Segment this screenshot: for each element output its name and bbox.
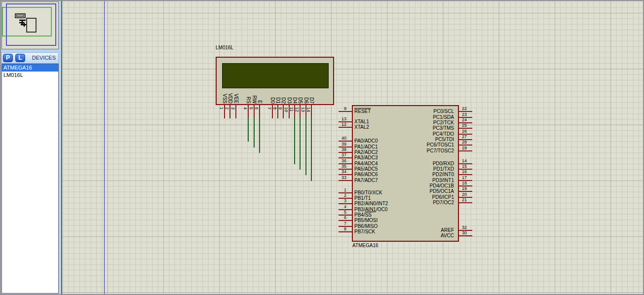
lcd-pin-number: 5 (249, 107, 254, 110)
lcd-pin-number: 10 (284, 107, 289, 112)
schematic-layer: LM016L 1VSS2VDD3VEE4RS5RW6E7D08D19D210D3… (0, 0, 644, 295)
lcd-pin-number: 2 (225, 107, 229, 110)
mcu-pin-label: AVCC (353, 233, 454, 238)
lcd-pin-stub[interactable] (311, 105, 312, 118)
mcu-pin-stub[interactable] (339, 111, 352, 112)
lcd-pin-name: RS (246, 97, 251, 104)
mcu-pin-stub[interactable] (339, 231, 352, 232)
mcu-pin-number: 21 (462, 197, 481, 202)
mcu-pin-number: 38 (328, 147, 346, 152)
lcd-pin-name: D3 (287, 97, 292, 104)
lcd-pin-name: VEE (233, 94, 239, 104)
mcu-pin-number: 20 (462, 192, 481, 197)
mcu-pin-number: 7 (328, 221, 346, 226)
mcu-pin-label: PD3/INT1 (353, 178, 454, 183)
overview-panel[interactable] (1, 1, 59, 49)
mcu-pin-stub[interactable] (459, 235, 472, 236)
mcu-pin-number: 16 (462, 169, 481, 174)
mcu-pin-number: 12 (328, 122, 346, 127)
lcd-ref-label: LM016L (216, 45, 233, 50)
mcu-pin-stub[interactable] (459, 202, 472, 203)
device-list-item[interactable]: ATMEGA16 (2, 64, 58, 72)
wire[interactable] (300, 118, 301, 170)
mcu-pin-number: 4 (328, 204, 346, 209)
wire[interactable] (311, 118, 312, 181)
mcu-ref-label: ATMEGA16 (352, 243, 379, 248)
mcu-pin-label: PC5/TDI (353, 137, 454, 142)
mcu-pin-number: 26 (462, 129, 481, 134)
lcd-screen (222, 63, 329, 88)
lcd-pin-stub[interactable] (235, 105, 236, 118)
mcu-pin-label: PC4/TDO (353, 131, 454, 137)
mcu-pin-stub[interactable] (339, 180, 352, 181)
mcu-pin-label: PD0/RXD (353, 161, 454, 166)
mcu-pin-label: AREF (353, 227, 454, 233)
mcu-pin-number: 8 (328, 226, 346, 231)
mcu-pin-label: PD6/ICP1 (353, 194, 454, 200)
mcu-pin-stub[interactable] (459, 150, 472, 151)
mcu-pin-label: PD1/TXD (353, 166, 454, 172)
mcu-pin-number: 34 (328, 169, 346, 174)
mcu-pin-number: 24 (462, 117, 481, 122)
lcd-pin-stub[interactable] (259, 105, 260, 118)
wire[interactable] (294, 118, 295, 164)
mcu-pin-number: 27 (462, 134, 481, 139)
mcu-pin-number: 15 (462, 164, 481, 169)
mcu-pin-number: 6 (328, 215, 346, 220)
overview-mcu-thumb (27, 18, 36, 32)
lcd-pin-name: D7 (309, 97, 314, 104)
lcd-pin-number: 4 (243, 107, 248, 110)
mcu-pin-number: 18 (462, 181, 481, 185)
lcd-pin-name: E (257, 100, 263, 104)
mcu-pin-number: 32 (462, 225, 481, 230)
left-panel: P L DEVICES ATMEGA16LM016L (1, 1, 61, 294)
mcu-pin-number: 35 (328, 164, 346, 169)
devices-panel-title: DEVICES (32, 55, 56, 61)
wire[interactable] (259, 118, 260, 153)
mcu-pin-label: PD7/OC2 (353, 200, 454, 205)
lcd-pin-number: 6 (254, 107, 259, 110)
lcd-pin-number: 13 (301, 107, 305, 112)
devices-header-bar: P L DEVICES (1, 52, 59, 64)
wire[interactable] (254, 118, 255, 148)
library-button[interactable]: L (15, 54, 25, 62)
pick-devices-button[interactable]: P (3, 54, 13, 62)
mcu-pin-label: PC7/TOSC2 (353, 148, 454, 153)
overview-wires-thumb (19, 20, 26, 27)
mcu-pin-label: PD2/INT0 (353, 172, 454, 177)
mcu-pin-number: 39 (328, 142, 346, 147)
mcu-pin-number: 2 (328, 193, 346, 198)
mcu-pin-stub[interactable] (339, 127, 352, 128)
lcd-pin-name: VSS (222, 94, 227, 104)
mcu-pin-number: 25 (462, 123, 481, 128)
mcu-pin-label: PD5/OC1A (353, 188, 454, 194)
lcd-pin-number: 1 (219, 107, 224, 110)
mcu-pin-number: 5 (328, 210, 346, 215)
mcu-pin-number: 9 (328, 106, 346, 111)
device-list: ATMEGA16LM016L (1, 64, 59, 294)
mcu-pin-label: PD4/OC1B (353, 183, 454, 188)
mcu-pin-number: 37 (328, 152, 346, 157)
mcu-pin-label: PC0/SCL (353, 109, 454, 114)
mcu-pin-label: PC2/TCK (353, 120, 454, 125)
wire[interactable] (305, 118, 306, 175)
device-list-item[interactable]: LM016L (2, 72, 58, 79)
mcu-pin-label: PC1/SDA (353, 114, 454, 120)
lcd-pin-name: D1 (275, 97, 281, 104)
lcd-pin-name: D6 (303, 97, 309, 104)
lcd-pin-name: D4 (292, 97, 298, 104)
lcd-pin-number: 11 (289, 107, 294, 111)
mcu-pin-number: 36 (328, 158, 346, 163)
overview-lcd-thumb-inner (17, 15, 24, 17)
lcd-pin-name: VDD (227, 93, 233, 104)
lcd-pin-number: 7 (267, 107, 272, 110)
wire[interactable] (248, 118, 249, 142)
lcd-pin-number: 9 (278, 107, 283, 110)
lcd-pin-name: D2 (281, 97, 286, 104)
mcu-pin-label: PB3/AIN1/OC0 (354, 207, 387, 212)
mcu-pin-number: 1 (328, 187, 346, 192)
lcd-pin-name: D0 (270, 97, 275, 104)
overview-sheet-rect (6, 4, 56, 45)
mcu-pin-label: PC3/TMS (353, 125, 454, 131)
lcd-pin-number: 3 (230, 107, 235, 110)
